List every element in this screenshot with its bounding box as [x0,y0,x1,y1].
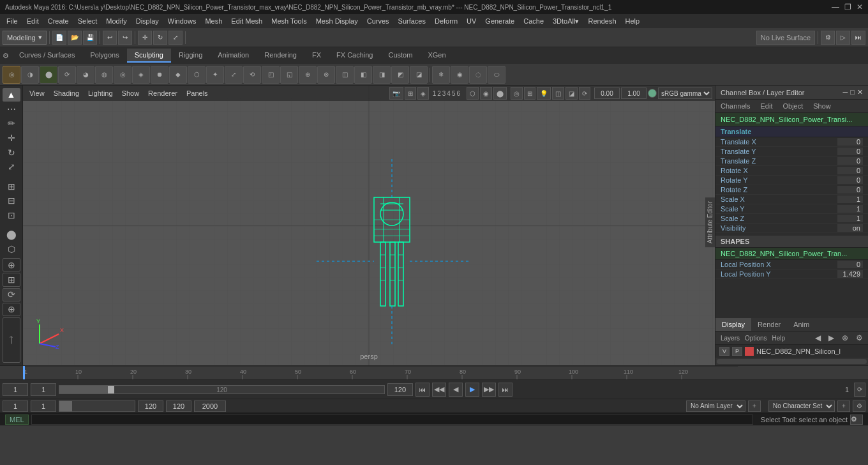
camera-icon[interactable]: 📷 [389,87,403,100]
menu-create[interactable]: Create [44,16,73,26]
paint-btn[interactable]: ⬡ [3,243,20,256]
play-back-btn[interactable]: ◀ [449,383,463,397]
loop-btn[interactable]: ⟳ [854,383,865,397]
shelf-icon-25[interactable]: ◉ [451,66,468,84]
shelf-icon-27[interactable]: ⬭ [488,66,505,84]
menu-select[interactable]: Select [74,16,101,26]
viewport-menu-show[interactable]: Show [118,89,144,97]
viewport-menu-panels[interactable]: Panels [183,89,212,97]
layers-tab[interactable]: Layers [721,335,740,342]
menu-generate[interactable]: Generate [481,16,518,26]
render-settings-btn[interactable]: ⚙ [821,31,835,45]
gamma-select[interactable]: sRGB gamma [658,88,712,99]
shelf-icon-5[interactable]: ◕ [77,66,94,84]
layer-add-sel-icon[interactable]: ▶ [828,333,834,342]
new-file-btn[interactable]: 📄 [52,31,66,45]
tab-xgen[interactable]: XGen [420,49,453,63]
command-input[interactable] [31,415,753,425]
character-set-select[interactable]: No Character Set [768,400,835,412]
channel-box-close-icon[interactable]: ✕ [857,88,863,96]
ao-btn[interactable]: ◪ [565,87,578,100]
left-extra-5[interactable]: ⟵ [3,317,20,363]
no-live-surface-btn[interactable]: No Live Surface [756,31,815,45]
viewport[interactable]: View Shading Lighting Show Renderer Pane… [23,86,715,365]
menu-modify[interactable]: Modify [102,16,130,26]
shadow-btn[interactable]: ◫ [552,87,564,100]
start-frame-input[interactable] [31,383,56,396]
tab-fx-caching[interactable]: FX Caching [329,49,380,63]
channel-box-minimize-icon[interactable]: ─ [843,88,848,96]
shelf-icon-15[interactable]: ◰ [262,66,280,84]
close-button[interactable]: ✕ [857,3,863,11]
anim-layer-add-btn[interactable]: + [748,400,761,412]
tab-anim[interactable]: Anim [787,318,816,331]
anim-current-input[interactable] [31,400,56,412]
layer-visibility-v[interactable]: V [719,347,730,356]
shelf-icon-2[interactable]: ◑ [21,66,39,84]
shelf-icon-6[interactable]: ◍ [95,66,113,84]
viewport-menu-renderer[interactable]: Renderer [144,89,181,97]
layer-add-anim-icon[interactable]: ◀ [815,333,821,342]
cb-tab-object[interactable]: Object [777,100,808,112]
layer-settings-icon[interactable]: ⚙ [856,333,863,342]
snap-point-btn[interactable]: ⊡ [3,209,20,222]
shelf-icon-8[interactable]: ◈ [132,66,150,84]
menu-edit-mesh[interactable]: Edit Mesh [227,16,266,26]
tab-fx[interactable]: FX [304,49,329,63]
render-seq-btn[interactable]: ⏭ [851,31,865,45]
tab-sculpting[interactable]: Sculpting [127,49,171,63]
attribute-editor-side-tab[interactable]: Attribute Editor [705,197,715,247]
viewport-menu-lighting[interactable]: Lighting [84,89,117,97]
skip-end-btn[interactable]: ⏭ [498,383,513,397]
scale-btn[interactable]: ⤢ [168,31,183,45]
menu-windows[interactable]: Windows [164,16,200,26]
viewport-menu-shading[interactable]: Shading [50,89,83,97]
menu-deform[interactable]: Deform [431,16,461,26]
play-fwd-btn[interactable]: ▶ [465,383,479,397]
playrange-slider[interactable] [59,400,135,412]
tab-custom[interactable]: Custom [381,49,421,63]
shaded-btn[interactable]: ⬤ [493,87,507,100]
shelf-icon-12[interactable]: ✦ [206,66,224,84]
shelf-icon-21[interactable]: ◨ [373,66,391,84]
shelf-icon-19[interactable]: ◫ [336,66,354,84]
snap-grid-btn[interactable]: ⊞ [3,179,20,193]
cb-tab-edit[interactable]: Edit [755,100,777,112]
motion-blur-btn[interactable]: ⟳ [579,87,590,100]
menu-mesh[interactable]: Mesh [201,16,226,26]
char-set-btn2[interactable]: ⚙ [853,400,865,412]
help-tab[interactable]: Help [772,335,785,342]
paint-select-btn[interactable]: ✏ [3,117,20,130]
wireframe-btn[interactable]: ⬡ [467,87,479,100]
timeline-ruler[interactable]: 1 10 20 30 40 50 60 70 80 90 100 110 120 [0,365,868,379]
cb-tab-channels[interactable]: Channels [715,100,755,112]
char-set-btn1[interactable]: + [837,400,850,412]
tab-gear[interactable]: ⚙ [3,52,9,60]
menu-3dtoall[interactable]: 3DtoAll▾ [549,16,583,27]
redo-btn[interactable]: ↪ [118,31,132,45]
menu-mesh-display[interactable]: Mesh Display [312,16,362,26]
render-btn[interactable]: ▷ [836,31,850,45]
left-extra-1[interactable]: ⊕ [3,258,20,271]
layer-new-icon[interactable]: ⊕ [842,333,848,342]
minimize-button[interactable]: — [832,3,839,11]
anim-layer-select[interactable]: No Anim Layer [686,400,745,412]
sculpt-btn[interactable]: ⬤ [3,228,20,241]
shelf-icon-24[interactable]: ❄ [432,66,450,84]
shelf-icon-11[interactable]: ⬡ [188,66,206,84]
menu-uv[interactable]: UV [463,16,480,26]
channel-box-expand-icon[interactable]: □ [850,88,855,96]
menu-file[interactable]: File [3,16,22,26]
menu-surfaces[interactable]: Surfaces [394,16,430,26]
scrollbar-bottom[interactable] [715,358,868,365]
menu-display[interactable]: Display [132,16,163,26]
shelf-icon-20[interactable]: ◧ [354,66,372,84]
light-btn[interactable]: 💡 [537,87,551,100]
gamma-val-input[interactable] [621,88,647,99]
smooth-btn[interactable]: ◉ [480,87,492,100]
shelf-icon-22[interactable]: ◩ [391,66,409,84]
select-tool-btn[interactable]: ▲ [3,88,20,102]
current-frame-input[interactable] [3,383,28,396]
tab-rendering[interactable]: Rendering [257,49,304,63]
menu-curves[interactable]: Curves [363,16,393,26]
